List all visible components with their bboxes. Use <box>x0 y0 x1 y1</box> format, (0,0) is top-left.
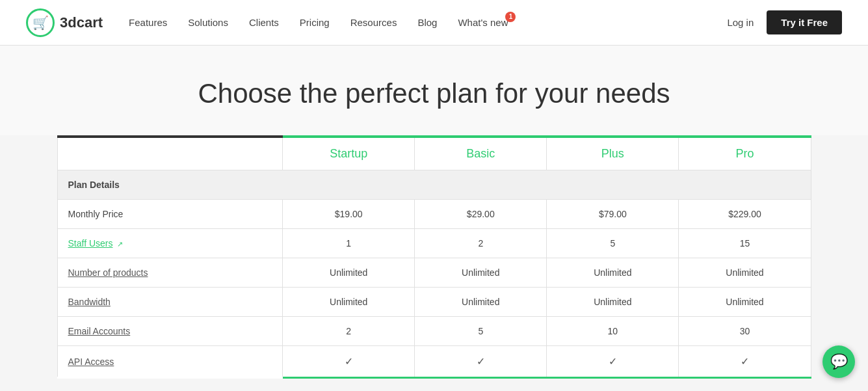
nav-whats-new[interactable]: What's new <box>458 17 508 28</box>
nav-right: Log in Try it Free <box>727 10 842 34</box>
row-startup-monthly: $19.00 <box>283 200 415 229</box>
row-startup-api: ✓ <box>283 346 415 378</box>
row-label-bandwidth: Bandwidth <box>57 288 283 317</box>
row-startup-staff: 1 <box>283 229 415 258</box>
checkmark-plus-api: ✓ <box>609 356 617 367</box>
table-row: Monthly Price $19.00 $29.00 $79.00 $229.… <box>57 200 811 229</box>
nav-blog[interactable]: Blog <box>417 17 437 28</box>
row-pro-email: 30 <box>679 317 811 346</box>
logo-icon: 🛒 <box>26 8 55 37</box>
row-plus-api: ✓ <box>547 346 679 378</box>
chat-bubble[interactable]: 💬 <box>822 345 855 378</box>
row-pro-monthly: $229.00 <box>679 200 811 229</box>
num-products-link[interactable]: Number of products <box>68 267 148 278</box>
nav-clients[interactable]: Clients <box>249 17 279 28</box>
staff-users-link[interactable]: Staff Users <box>68 238 113 249</box>
logo[interactable]: 🛒 3dcart <box>26 8 103 37</box>
checkmark-startup-api: ✓ <box>345 356 353 367</box>
row-pro-api: ✓ <box>679 346 811 378</box>
table-row: Staff Users ↗ 1 2 5 15 <box>57 229 811 258</box>
row-plus-monthly: $79.00 <box>547 200 679 229</box>
nav-pricing[interactable]: Pricing <box>300 17 330 28</box>
row-startup-email: 2 <box>283 317 415 346</box>
login-link[interactable]: Log in <box>727 17 754 28</box>
row-plus-products: Unlimited <box>547 258 679 288</box>
bandwidth-link[interactable]: Bandwidth <box>68 297 111 307</box>
plan-empty-header <box>57 137 283 170</box>
table-row: API Access ✓ ✓ ✓ ✓ <box>57 346 811 378</box>
navbar: 🛒 3dcart Features Solutions Clients Pric… <box>0 0 868 46</box>
api-access-link[interactable]: API Access <box>68 357 114 367</box>
row-startup-bandwidth: Unlimited <box>283 288 415 317</box>
nav-resources[interactable]: Resources <box>350 17 397 28</box>
plan-header-plus: Plus <box>547 137 679 170</box>
row-basic-email: 5 <box>415 317 547 346</box>
row-label-api: API Access <box>57 346 283 378</box>
table-row: Bandwidth Unlimited Unlimited Unlimited … <box>57 288 811 317</box>
row-pro-staff: 15 <box>679 229 811 258</box>
row-plus-staff: 5 <box>547 229 679 258</box>
row-pro-bandwidth: Unlimited <box>679 288 811 317</box>
logo-text: 3dcart <box>60 14 103 31</box>
row-plus-email: 10 <box>547 317 679 346</box>
whats-new-badge: 1 <box>505 12 516 22</box>
row-basic-bandwidth: Unlimited <box>415 288 547 317</box>
table-row: Number of products Unlimited Unlimited U… <box>57 258 811 288</box>
try-free-button[interactable]: Try it Free <box>767 10 842 34</box>
checkmark-pro-api: ✓ <box>741 356 749 367</box>
nav-solutions[interactable]: Solutions <box>188 17 228 28</box>
whats-new-wrapper: What's new 1 <box>458 17 508 29</box>
row-basic-api: ✓ <box>415 346 547 378</box>
table-row: Email Accounts 2 5 10 30 <box>57 317 811 346</box>
row-label-email: Email Accounts <box>57 317 283 346</box>
section-header-label: Plan Details <box>57 170 811 200</box>
row-basic-monthly: $29.00 <box>415 200 547 229</box>
row-basic-products: Unlimited <box>415 258 547 288</box>
pricing-table: Startup Basic Plus Pro Plan Details Mont… <box>57 135 811 379</box>
plan-header-startup: Startup <box>283 137 415 170</box>
row-label-monthly-price: Monthly Price <box>57 200 283 229</box>
email-accounts-link[interactable]: Email Accounts <box>68 326 131 336</box>
plan-header-pro: Pro <box>679 137 811 170</box>
row-pro-products: Unlimited <box>679 258 811 288</box>
hero-title: Choose the perfect plan for your needs <box>13 78 855 109</box>
row-plus-bandwidth: Unlimited <box>547 288 679 317</box>
row-label-num-products: Number of products <box>57 258 283 288</box>
row-basic-staff: 2 <box>415 229 547 258</box>
nav-links: Features Solutions Clients Pricing Resou… <box>129 17 727 29</box>
row-startup-products: Unlimited <box>283 258 415 288</box>
plan-header-row: Startup Basic Plus Pro <box>57 137 811 170</box>
hero-section: Choose the perfect plan for your needs <box>0 46 868 135</box>
nav-features[interactable]: Features <box>129 17 167 28</box>
checkmark-basic-api: ✓ <box>477 356 485 367</box>
external-link-icon: ↗ <box>117 240 123 249</box>
row-label-staff-users: Staff Users ↗ <box>57 229 283 258</box>
section-header-row: Plan Details <box>57 170 811 200</box>
chat-icon: 💬 <box>830 353 848 370</box>
pricing-wrapper: Startup Basic Plus Pro Plan Details Mont… <box>44 135 824 391</box>
plan-header-basic: Basic <box>415 137 547 170</box>
